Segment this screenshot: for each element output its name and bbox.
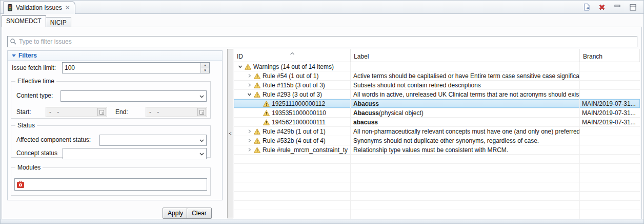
cell-id: Warnings (14 out of 14 items): [234, 62, 351, 71]
cell-branch: [580, 182, 640, 191]
affected-component-status-combo[interactable]: [99, 135, 207, 146]
new-report-page-icon: [582, 3, 591, 11]
modules-input[interactable]: [14, 178, 207, 191]
tree-row[interactable]: Warnings (14 out of 14 items): [234, 62, 640, 71]
cell-branch: MAIN/2019-07-31...: [580, 108, 640, 117]
cell-label: [351, 173, 580, 182]
chevron-right-icon[interactable]: [245, 138, 253, 143]
tree-row[interactable]: Rule #54 (1 out of 1)Active terms should…: [234, 71, 640, 81]
row-label-text: Subsets should not contain retired descr…: [353, 82, 481, 89]
minimize-icon: [614, 5, 621, 10]
row-id-text: 1935351000000110: [270, 109, 326, 117]
view-toolbar: [582, 3, 637, 12]
filters-section-header[interactable]: Filters: [8, 51, 222, 61]
chevron-down-icon: [12, 54, 16, 57]
row-id-text: Rule #115b (3 out of 3): [261, 82, 325, 89]
tab-snomedct[interactable]: SNOMEDCT: [2, 15, 46, 27]
cell-label: [351, 182, 580, 191]
cell-label: All non-pharmaceutically relevant concep…: [351, 127, 580, 136]
cell-branch: [580, 81, 640, 89]
chevron-right-icon[interactable]: [245, 129, 253, 134]
view-tab-validation-issues[interactable]: Validation Issues ✕: [3, 1, 75, 14]
cell-label: abacuss: [351, 118, 580, 126]
tree-row[interactable]: Rule #532b (4 out of 4)Synonyms should n…: [234, 136, 640, 145]
tree-row[interactable]: 1935351000000110Abacuss (physical object…: [234, 108, 640, 118]
row-label-text: All words in active, unreleased UK Clini…: [353, 91, 580, 98]
table-body: Warnings (14 out of 14 items)Rule #54 (1…: [234, 62, 640, 219]
cell-label: Subsets should not contain retired descr…: [351, 81, 580, 89]
column-header-id[interactable]: ID: [234, 49, 351, 62]
cell-branch: [580, 164, 640, 173]
cell-label: All words in active, unreleased UK Clini…: [351, 90, 580, 99]
empty-row: [234, 192, 640, 201]
cell-branch: MAIN/2019-07-31...: [580, 118, 640, 126]
concept-status-combo[interactable]: [63, 148, 207, 159]
row-label-text: Active terms should be capitalised or ha…: [353, 72, 580, 80]
tab-nicip[interactable]: NICIP: [46, 17, 71, 27]
calendar-picker-icon[interactable]: [97, 108, 106, 116]
column-header-branch[interactable]: Branch: [580, 49, 640, 62]
warning-icon: [253, 73, 261, 79]
chevron-down-icon[interactable]: [236, 64, 244, 69]
chevron-down-icon[interactable]: [245, 92, 253, 97]
cell-id: 1925111000000112: [234, 99, 351, 108]
row-id-text: 1945621000000111: [270, 119, 326, 126]
chevron-right-icon[interactable]: [245, 147, 253, 152]
start-date-label: Start:: [16, 108, 31, 116]
sort-ascending-icon: [290, 49, 294, 57]
clear-button[interactable]: Clear: [187, 208, 212, 219]
tree-row[interactable]: Rule #293 (3 out of 3)All words in activ…: [234, 90, 640, 99]
status-group: Status Affected component status: Concep…: [11, 122, 211, 158]
cell-label: [351, 210, 580, 219]
collapse-sash[interactable]: <: [227, 49, 233, 218]
minimize-button[interactable]: [613, 3, 622, 12]
cell-label: Relationship type values must be consist…: [351, 145, 580, 154]
bottom-edge: [1, 219, 643, 223]
concept-status-label: Concept status: [16, 150, 57, 157]
empty-row: [234, 155, 640, 164]
tree-row[interactable]: 1925111000000112AbacussMAIN/2019-07-31..…: [234, 99, 640, 108]
start-date-field[interactable]: - -: [46, 107, 107, 117]
spinner-buttons[interactable]: ▲ ▼: [200, 63, 209, 73]
cell-id: 1945621000000111: [234, 118, 351, 126]
row-id-text: Rule #532b (4 out of 4): [261, 137, 326, 144]
close-icon[interactable]: ✕: [65, 5, 70, 11]
content-area: Filters Issue fetch limit: 100 ▲ ▼ Effec…: [2, 27, 642, 219]
tree-row[interactable]: 1945621000000111abacussMAIN/2019-07-31..…: [234, 118, 640, 127]
module-red-icon: [16, 180, 25, 189]
cell-branch: [580, 201, 640, 210]
apply-button[interactable]: Apply: [163, 208, 188, 219]
chevron-right-icon[interactable]: [245, 73, 253, 78]
row-branch-text: MAIN/2019-07-31...: [582, 119, 636, 126]
content-type-combo[interactable]: [61, 90, 207, 102]
row-label-bold-text: Abacuss: [353, 109, 379, 117]
tree-row[interactable]: Rule #115b (3 out of 3)Subsets should no…: [234, 81, 640, 90]
end-date-value: - -: [146, 108, 197, 116]
spinner-up-icon[interactable]: ▲: [201, 63, 209, 68]
tree-row[interactable]: Rule #rule_mrcm_constraint_tyRelationshi…: [234, 145, 640, 155]
column-header-label[interactable]: Label: [351, 49, 580, 62]
chevron-down-icon: [197, 137, 206, 144]
row-label-text: Synonyms should not duplicate other syno…: [353, 137, 539, 144]
cell-id: Rule #429b (1 out of 1): [234, 127, 351, 136]
affected-component-status-label: Affected component status:: [16, 136, 91, 143]
issue-fetch-limit-spinner[interactable]: 100 ▲ ▼: [62, 62, 210, 73]
cell-label: [351, 62, 580, 71]
cell-branch: [580, 155, 640, 163]
cell-id: Rule #54 (1 out of 1): [234, 71, 351, 80]
cell-id: Rule #115b (3 out of 3): [234, 81, 351, 89]
chevron-right-icon[interactable]: [245, 83, 253, 87]
warning-icon: [253, 128, 261, 135]
calendar-picker-icon[interactable]: [197, 108, 206, 116]
tree-row[interactable]: Rule #429b (1 out of 1)All non-pharmaceu…: [234, 127, 640, 136]
export-report-button[interactable]: [582, 3, 591, 12]
cell-branch: [580, 90, 640, 99]
spinner-down-icon[interactable]: ▼: [201, 68, 209, 73]
row-branch-text: MAIN/2019-07-31...: [582, 109, 636, 117]
maximize-button[interactable]: [628, 3, 637, 12]
remove-all-button[interactable]: [597, 3, 607, 12]
filters-section-label: Filters: [18, 52, 37, 59]
search-input[interactable]: [7, 36, 637, 47]
cell-label: [351, 164, 580, 173]
end-date-field[interactable]: - -: [146, 107, 207, 117]
